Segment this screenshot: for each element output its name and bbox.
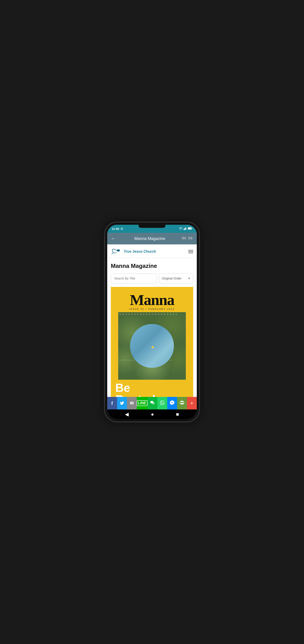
manna-cover-title: Manna [129,292,175,308]
notch [139,225,165,228]
svg-point-12 [118,250,119,250]
svg-marker-11 [191,236,193,240]
hamburger-line-2 [188,251,193,252]
app-bar-title: Manna Magazine [118,236,181,241]
svg-rect-19 [181,401,184,402]
whatsapp-icon [160,400,165,406]
svg-point-14 [152,402,155,404]
svg-marker-9 [184,236,186,240]
manna-cover-subtitle: ISSUE 92 / FEBRUARY 2022 [129,308,175,310]
svg-rect-2 [184,228,185,230]
facebook-icon: f [111,400,113,406]
svg-rect-6 [192,228,192,229]
rewind-button[interactable] [181,236,186,241]
svg-rect-1 [184,229,184,230]
logo-area: True Jesus Church [111,248,156,256]
svg-rect-3 [185,228,186,230]
forward-button[interactable] [188,236,193,241]
share-more-button[interactable]: + [187,397,197,410]
gear-icon: ⚙ [120,227,123,230]
more-icon: + [190,400,193,406]
svg-point-18 [154,403,154,404]
nav-bar: ◀ ● ■ [107,410,197,419]
battery-icon [188,227,192,230]
share-facebook-button[interactable]: f [107,397,117,410]
twitter-icon [120,401,124,406]
svg-marker-8 [181,236,184,240]
magazine-cover[interactable]: Manna ISSUE 92 / FEBRUARY 2022 [111,287,193,397]
search-row: Original Order Newest First Oldest First… [111,274,193,283]
svg-point-0 [180,229,181,230]
content-area: True Jesus Church Manna Magazine Origina… [107,244,197,397]
share-email-button[interactable]: ✉ [127,397,137,410]
sort-dropdown[interactable]: Original Order Newest First Oldest First… [159,274,193,283]
share-line-button[interactable]: LINE [137,397,148,410]
manna-title-area: Manna ISSUE 92 / FEBRUARY 2022 [125,287,179,312]
wechat-icon [150,400,155,406]
svg-marker-10 [188,236,191,240]
nav-recent-button[interactable]: ■ [176,412,179,417]
svg-point-22 [183,402,184,403]
pond-circle [118,312,186,380]
nav-home-button[interactable]: ● [151,412,154,417]
site-header: True Jesus Church [107,244,197,258]
nav-back-button[interactable]: ◀ [125,412,129,417]
cover-tagline: Be Rooted & [115,382,189,397]
page-content: Manna Magazine Original Order Newest Fir… [107,258,197,397]
back-button[interactable]: ← [111,236,116,242]
cover-tagline-line2: Rooted [115,393,155,397]
hamburger-menu[interactable] [188,250,193,253]
line-icon: LINE [137,400,148,406]
share-print-button[interactable] [177,397,187,410]
status-left: 11:50 ⚙ [112,227,123,230]
app-bar-controls [181,236,193,241]
email-icon: ✉ [130,400,134,406]
svg-rect-21 [181,403,184,404]
cover-tagline-area: Be Rooted & [111,380,193,397]
share-wechat-button[interactable] [148,397,157,410]
logo-bird-icon [111,248,122,256]
svg-rect-7 [188,228,191,229]
sort-dropdown-wrapper: Original Order Newest First Oldest First… [159,274,193,283]
messenger-icon [170,400,174,406]
svg-point-16 [152,402,152,402]
cover-tagline-line1: Be [115,381,130,394]
hamburger-line-1 [188,250,193,250]
page-title: Manna Magazine [111,262,193,270]
share-twitter-button[interactable] [117,397,127,410]
cover-image [118,312,186,380]
share-bar: f ✉ LINE [107,397,197,410]
wifi-icon [179,227,182,230]
signal-icon [184,227,187,230]
share-messenger-button[interactable] [167,397,177,410]
print-icon [180,401,184,406]
share-whatsapp-button[interactable] [157,397,167,410]
svg-point-17 [153,403,153,404]
pond-reflection [130,324,174,368]
svg-rect-4 [186,227,187,230]
logo-text: True Jesus Church [124,250,156,254]
search-input[interactable] [111,274,157,283]
phone-frame: 11:50 ⚙ [105,222,199,422]
screen: 11:50 ⚙ [107,225,197,419]
hamburger-line-3 [188,253,193,253]
app-bar: ← Manna Magazine [107,233,197,244]
status-time: 11:50 [112,227,119,230]
status-right [179,227,192,230]
svg-point-15 [151,402,152,402]
